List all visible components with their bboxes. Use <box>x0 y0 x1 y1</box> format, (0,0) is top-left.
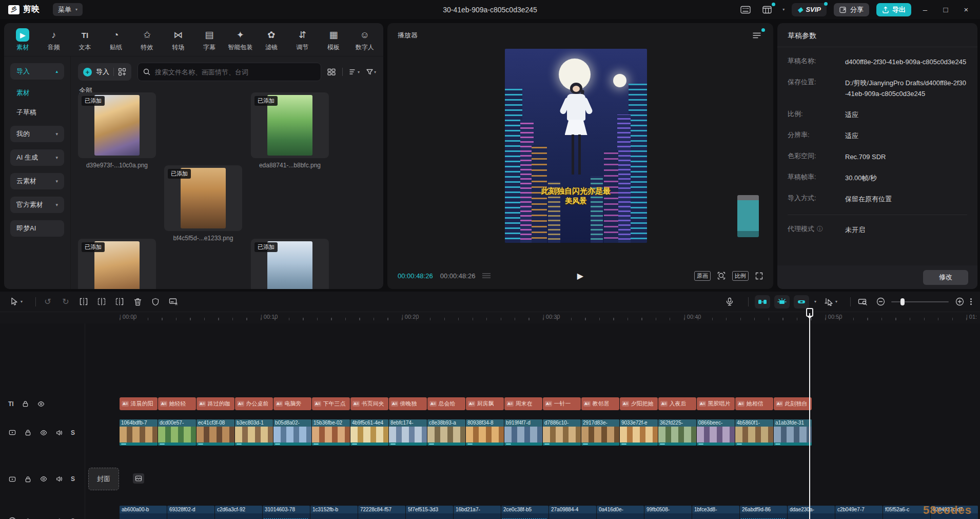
resource-tab[interactable]: ✩ 特效 <box>131 27 163 52</box>
audio-clip[interactable]: 0a416d0e- <box>597 506 644 519</box>
text-clip[interactable]: A≡ 下午三点 <box>312 397 350 410</box>
split-both-button[interactable] <box>96 296 107 308</box>
share-button[interactable]: 分享 <box>834 3 869 16</box>
solo-icon[interactable]: S <box>71 429 75 436</box>
menu-button[interactable]: 菜单 ▾ <box>53 3 83 16</box>
text-clip[interactable]: A≡ 路过的咖 <box>197 397 234 410</box>
record-mic-button[interactable] <box>724 296 735 308</box>
zoom-in-button[interactable] <box>954 296 965 308</box>
audio-clip[interactable]: 1bfce3d8- <box>692 506 739 519</box>
text-clip[interactable]: A≡ 厨房飘 <box>466 397 504 410</box>
speaker-icon[interactable] <box>55 429 63 436</box>
text-clip[interactable]: A≡ 周末在 <box>504 397 542 410</box>
media-thumbnail-card[interactable]: 已添加 <box>164 165 242 231</box>
cover-frame-icon[interactable] <box>133 473 144 484</box>
audio-clip[interactable]: 27a09884-4 <box>549 506 596 519</box>
video-clip[interactable]: 80938f34-8 <box>466 419 504 446</box>
export-button[interactable]: 导出 <box>876 3 911 16</box>
eye-icon[interactable] <box>37 400 45 408</box>
ratio-badge[interactable]: 比例 <box>732 271 749 281</box>
shortcut-keys-button[interactable] <box>738 4 753 16</box>
redo-button[interactable]: ↻ <box>60 296 71 308</box>
media-thumbnail-card[interactable]: 已添加 <box>251 239 329 289</box>
video-clip[interactable]: d7886c10- <box>543 419 581 446</box>
lock-icon[interactable] <box>22 400 29 408</box>
media-item[interactable]: 已添加 <box>78 239 156 289</box>
timeline-zoom-slider[interactable] <box>891 301 949 302</box>
maximize-button[interactable]: □ <box>939 5 952 14</box>
eye-icon[interactable] <box>40 475 48 483</box>
audio-clip[interactable]: 69328f02-d <box>167 506 214 519</box>
resource-tab[interactable]: ☺ 数字人 <box>349 27 380 52</box>
video-clip[interactable]: 2917d83e- <box>581 419 619 446</box>
video-clip[interactable]: 15b36fbe-02 <box>312 419 350 446</box>
text-clip[interactable]: A≡ 办公桌前 <box>235 397 273 410</box>
select-tool-button[interactable] <box>8 296 19 308</box>
text-clip[interactable]: A≡ 她轻轻 <box>158 397 196 410</box>
eye-icon[interactable] <box>40 429 48 436</box>
magnetic-snap-toggle[interactable] <box>774 295 790 309</box>
undo-button[interactable]: ↺ <box>42 296 53 308</box>
resource-tab[interactable]: TI 文本 <box>69 27 101 52</box>
play-button[interactable]: ▶ <box>577 271 583 281</box>
resource-tab[interactable]: ▶ 素材 <box>7 27 38 52</box>
split-right-button[interactable] <box>114 296 125 308</box>
audio-clip[interactable]: 31014603-78 <box>263 506 310 519</box>
adapt-timeline-button[interactable] <box>857 296 868 308</box>
media-thumbnail-card[interactable]: 已添加 <box>78 92 156 158</box>
timeline-more-menu[interactable] <box>970 298 972 305</box>
preview-zoom-icon[interactable] <box>717 272 726 280</box>
resource-tab[interactable]: ♪ 音频 <box>38 27 70 52</box>
layout-chevron-icon[interactable]: ▾ <box>782 7 785 12</box>
mask-shield-button[interactable] <box>150 296 161 308</box>
sidebar-item[interactable]: 导入 ▴ <box>10 63 64 80</box>
resource-tab[interactable]: ⇵ 调节 <box>287 27 318 52</box>
video-clip[interactable]: 4b5860f1- <box>735 419 773 446</box>
audio-clip[interactable]: ab600a00-b <box>120 506 167 519</box>
audio-clip[interactable]: ddae230a- <box>788 506 835 519</box>
layout-switch-button[interactable] <box>760 4 774 16</box>
audio-clip[interactable]: c2d6a3cf-92 <box>215 506 262 519</box>
audio-clip[interactable]: 16bd21a7- <box>454 506 501 519</box>
lock-icon[interactable] <box>24 429 32 436</box>
text-clip[interactable]: A≡ 夕阳把她 <box>620 397 658 410</box>
sidebar-item[interactable]: 子草稿 <box>10 106 64 119</box>
text-clip[interactable]: A≡ 教邻居 <box>581 397 619 410</box>
video-clip[interactable]: 1064bdfb-7 <box>120 419 158 446</box>
video-clip[interactable]: b05d8a02- <box>273 419 311 446</box>
split-left-button[interactable] <box>78 296 89 308</box>
sidebar-item[interactable]: AI 生成 ▾ <box>10 149 64 166</box>
video-clip[interactable]: 0866beec- <box>697 419 735 446</box>
audio-clip[interactable]: 1c3152fb-b <box>310 506 358 519</box>
resource-tab[interactable]: ◔ 贴纸 <box>101 27 132 52</box>
text-clip[interactable]: A≡ 傍晚独 <box>389 397 427 410</box>
media-item[interactable]: 已添加 <box>251 239 329 289</box>
lock-icon[interactable] <box>24 475 32 483</box>
modify-button[interactable]: 修改 <box>923 270 968 285</box>
zoom-out-button[interactable] <box>875 296 886 308</box>
video-preview[interactable]: 此刻独自闪光亦是最 美风景 <box>505 49 647 243</box>
solo-icon[interactable]: S <box>71 475 75 483</box>
sidebar-item[interactable]: 云素材 ▾ <box>10 173 64 189</box>
sidebar-item[interactable]: 官方素材 ▾ <box>10 197 64 213</box>
audio-clip[interactable]: 2ce0c38f-b5 <box>501 506 548 519</box>
resource-tab[interactable]: ▤ 字幕 <box>193 27 225 52</box>
fullscreen-icon[interactable] <box>755 272 763 280</box>
speaker-icon[interactable] <box>55 475 63 483</box>
audio-clip[interactable]: 72228c84-f57 <box>358 506 405 519</box>
media-item[interactable]: 已添加 d39e973f-...10c0a.png <box>78 92 156 169</box>
sidebar-item[interactable]: 素材 <box>10 87 64 99</box>
delete-subtitle-button[interactable] <box>168 296 179 308</box>
original-quality-badge[interactable]: 原画 <box>694 271 711 281</box>
video-clip[interactable]: ec41cf3f-08 <box>197 419 234 446</box>
minimize-button[interactable]: – <box>918 5 932 14</box>
preview-axis-chevron[interactable]: ▾ <box>835 299 837 304</box>
video-clip[interactable]: dcd00e57- <box>158 419 196 446</box>
media-item[interactable]: 已添加 eda88741-...b8bfc.png <box>251 92 329 169</box>
text-clip[interactable]: A≡ 电脑旁 <box>273 397 311 410</box>
info-icon[interactable]: ⓘ <box>817 225 823 234</box>
text-clip[interactable]: A≡ 清晨的阳 <box>120 397 158 410</box>
video-clip[interactable]: 362fd225- <box>658 419 696 446</box>
audio-clip[interactable]: 99fb0508- <box>644 506 692 519</box>
text-clip[interactable]: A≡ 她相信 <box>735 397 773 410</box>
